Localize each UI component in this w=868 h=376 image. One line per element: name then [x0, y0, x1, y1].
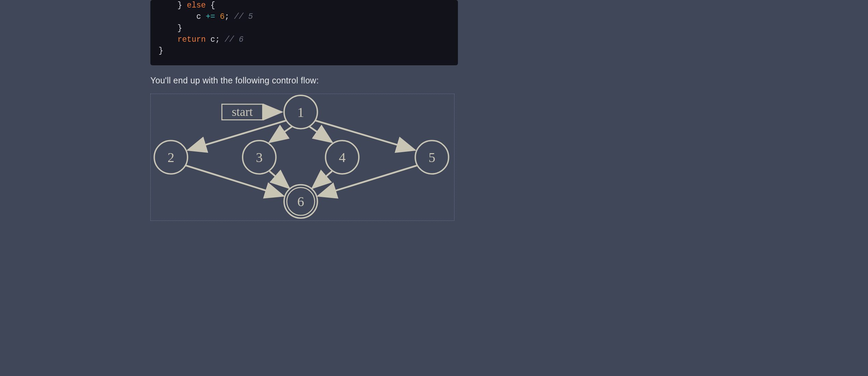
code-token [159, 12, 196, 21]
diagram-node-label: 2 [167, 150, 174, 165]
code-token: 6 [220, 12, 225, 21]
code-token [220, 35, 225, 44]
code-token: ; [225, 12, 229, 21]
diagram-edge [186, 165, 283, 196]
code-token [159, 35, 177, 44]
code-token: c [211, 35, 215, 44]
code-token: } [159, 24, 182, 33]
diagram-node-label: 3 [256, 150, 263, 165]
diagram-edge [312, 171, 332, 188]
diagram-node-label: 1 [297, 105, 304, 120]
control-flow-diagram: start 1 2 3 4 5 6 [150, 94, 455, 221]
code-token: return [177, 35, 206, 44]
diagram-node-label: 4 [339, 150, 345, 165]
code-token: += [206, 12, 215, 21]
code-token: { [206, 1, 215, 10]
diagram-edge [270, 126, 292, 142]
code-token: else [187, 1, 206, 10]
code-token: } [159, 1, 187, 10]
body-paragraph: You'll end up with the following control… [150, 76, 458, 85]
code-token: // 6 [225, 35, 243, 44]
code-token: } [159, 46, 163, 55]
diagram-edge [270, 171, 289, 188]
code-token [229, 12, 234, 21]
diagram-node-label: 5 [429, 150, 435, 165]
code-token: // 5 [234, 12, 253, 21]
diagram-start-label: start [232, 105, 253, 118]
code-block: } else { c += 6; // 5 } return c; // 6 } [150, 0, 458, 65]
code-token [201, 12, 206, 21]
diagram-edge [310, 126, 332, 142]
diagram-edge [318, 165, 417, 196]
code-token: ; [215, 35, 220, 44]
code-token [206, 35, 211, 44]
code-token: c [196, 12, 201, 21]
diagram-node-label: 6 [297, 194, 304, 209]
code-token [215, 12, 220, 21]
